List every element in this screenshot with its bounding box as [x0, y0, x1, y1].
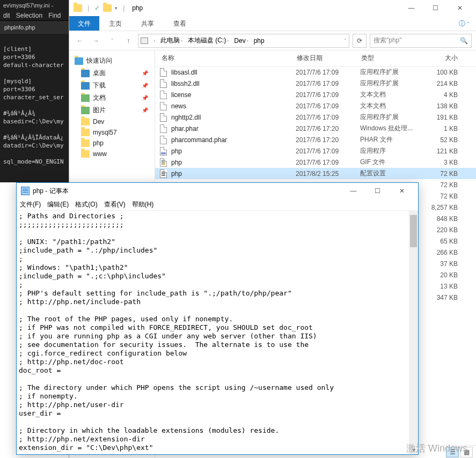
notepad-titlebar[interactable]: php - 记事本 — ☐ ✕ — [17, 183, 418, 199]
menu-format[interactable]: 格式(O) — [75, 200, 97, 209]
file-icon — [160, 124, 167, 133]
search-input[interactable]: 搜索"php" 🔍 — [370, 34, 472, 48]
file-icon — [160, 136, 167, 144]
sidebar-item[interactable]: 下载📌 — [71, 79, 152, 92]
forward-button[interactable]: → — [90, 34, 102, 47]
editor-title: ev\mysql57\my.ini - — [0, 0, 69, 11]
sidebar-item[interactable]: php — [71, 138, 152, 149]
recent-dropdown-icon[interactable]: ˅ — [106, 34, 119, 47]
pc-icon — [141, 38, 148, 44]
star-icon — [75, 57, 83, 65]
folder-icon — [103, 4, 112, 12]
table-row[interactable]: libsasl.dll2017/7/6 17:09应用程序扩展100 KB — [155, 67, 476, 78]
qat-save-icon[interactable]: ✓ — [94, 4, 100, 12]
notepad-menubar[interactable]: 文件(F) 编辑(E) 格式(O) 查看(V) 帮助(H) — [17, 199, 418, 211]
ribbon: 文件 主页 共享 查看 ⓘ ˅ — [69, 16, 476, 31]
qat-dropdown-icon[interactable]: ▾ — [115, 5, 118, 11]
ribbon-home-tab[interactable]: 主页 — [99, 16, 131, 31]
sidebar-item[interactable]: mysql57 — [71, 127, 152, 138]
minimize-button[interactable]: — — [341, 183, 365, 198]
up-button[interactable]: ↑ — [122, 34, 135, 47]
col-size[interactable]: 大小 — [427, 54, 473, 63]
ribbon-share-tab[interactable]: 共享 — [131, 16, 164, 31]
folder-icon — [74, 4, 82, 12]
maximize-button[interactable]: ☐ — [423, 1, 448, 16]
table-row[interactable]: php2017/8/2 15:25配置设置72 KB — [155, 168, 476, 179]
folder-icon — [81, 70, 90, 77]
close-button[interactable]: ✕ — [390, 183, 414, 198]
breadcrumb[interactable]: php — [252, 37, 267, 45]
editor-content[interactable]: [client] port=3306 default-character [my… — [0, 34, 69, 169]
pin-icon: 📌 — [142, 70, 148, 76]
menu-file[interactable]: 文件(F) — [20, 200, 41, 209]
table-row[interactable]: php2017/7/6 17:09GIF 文件3 KB — [155, 157, 476, 168]
folder-icon — [81, 82, 90, 90]
sidebar-item[interactable]: 桌面📌 — [71, 67, 152, 79]
table-row[interactable]: libssh2.dll2017/7/6 17:09应用程序扩展214 KB — [155, 78, 476, 89]
code-editor-window: ev\mysql57\my.ini - dit Selection Find p… — [0, 0, 69, 182]
notepad-content[interactable]: ; Paths and Directories ; ;;;;;;;;;;;;;;… — [17, 211, 418, 453]
table-row[interactable]: news2017/7/6 17:09文本文档138 KB — [155, 100, 476, 112]
editor-menu-edit[interactable]: dit — [3, 12, 10, 19]
file-icon — [160, 169, 167, 178]
column-headers[interactable]: 名称 修改日期 类型 大小 — [155, 50, 476, 67]
search-icon[interactable]: 🔍 — [460, 37, 468, 45]
scroll-thumb[interactable] — [410, 215, 417, 247]
icons-view-button[interactable]: ▦ — [460, 447, 473, 457]
scroll-down-icon[interactable]: ▾ — [409, 445, 418, 454]
folder-icon — [81, 107, 90, 114]
menu-edit[interactable]: 编辑(E) — [47, 200, 69, 209]
sidebar-item[interactable]: 图片📌 — [71, 104, 152, 116]
sidebar-quick-access[interactable]: 快速访问 — [71, 55, 152, 67]
file-icon — [160, 147, 167, 156]
editor-menubar[interactable]: dit Selection Find — [0, 11, 69, 20]
details-view-button[interactable]: ☰ — [446, 447, 459, 457]
breadcrumb[interactable]: 本地磁盘 (C:)› — [186, 36, 231, 45]
menu-help[interactable]: 帮助(H) — [132, 200, 154, 209]
notepad-text-area[interactable]: ; Paths and Directories ; ;;;;;;;;;;;;;;… — [17, 211, 418, 454]
sidebar-item[interactable]: 文档📌 — [71, 92, 152, 104]
sidebar-item[interactable]: www — [71, 149, 152, 159]
col-type[interactable]: 类型 — [361, 54, 427, 63]
breadcrumb[interactable]: 此电脑› — [158, 36, 185, 45]
address-bar[interactable]: › 此电脑› 本地磁盘 (C:)› Dev› php ˅ — [138, 34, 349, 48]
table-row[interactable]: php2017/7/6 17:09应用程序121 KB — [155, 145, 476, 157]
breadcrumb[interactable]: Dev› — [232, 37, 250, 45]
table-row[interactable]: license2017/7/6 17:09文本文档4 KB — [155, 89, 476, 100]
file-icon — [160, 113, 167, 122]
address-row: ← → ˅ ↑ › 此电脑› 本地磁盘 (C:)› Dev› php ˅ ⟳ 搜… — [69, 31, 476, 50]
close-button[interactable]: ✕ — [448, 1, 472, 16]
scrollbar[interactable]: ▴ ▾ — [409, 211, 418, 454]
ribbon-file-tab[interactable]: 文件 — [69, 16, 99, 31]
ribbon-help-icon[interactable]: ⓘ ˅ — [452, 16, 476, 31]
window-title: php — [132, 4, 143, 12]
table-row[interactable]: phar.phar2017/7/6 17:20Windows 批处理...1 K… — [155, 123, 476, 134]
editor-tab[interactable]: phpinfo.php — [0, 20, 69, 34]
pin-icon: 📌 — [142, 107, 148, 113]
minimize-button[interactable]: — — [399, 1, 423, 16]
col-name[interactable]: 名称 — [158, 54, 297, 63]
menu-view[interactable]: 查看(V) — [104, 200, 126, 209]
address-dropdown-icon[interactable]: ˅ — [344, 38, 347, 43]
table-row[interactable]: pharcommand.phar2017/7/6 17:20PHAR 文件52 … — [155, 134, 476, 145]
folder-icon — [81, 118, 90, 125]
file-icon — [160, 68, 167, 77]
folder-icon — [81, 94, 90, 102]
editor-menu-find[interactable]: Find — [48, 12, 61, 19]
file-icon — [160, 91, 167, 99]
file-icon — [160, 102, 167, 110]
notepad-icon — [21, 187, 30, 195]
back-button[interactable]: ← — [74, 34, 86, 47]
refresh-button[interactable]: ⟳ — [353, 34, 367, 48]
sidebar-item[interactable]: Dev — [71, 116, 152, 127]
pin-icon: 📌 — [142, 95, 148, 101]
explorer-titlebar[interactable]: | ✓ ▾ | php — ☐ ✕ — [69, 0, 476, 16]
col-date[interactable]: 修改日期 — [297, 54, 361, 63]
editor-menu-selection[interactable]: Selection — [16, 12, 42, 19]
maximize-button[interactable]: ☐ — [365, 183, 390, 198]
ribbon-view-tab[interactable]: 查看 — [164, 16, 196, 31]
file-icon — [160, 158, 167, 167]
table-row[interactable]: nghttp2.dll2017/7/6 17:09应用程序扩展191 KB — [155, 112, 476, 123]
folder-icon — [81, 150, 90, 158]
notepad-title: php - 记事本 — [33, 187, 69, 196]
